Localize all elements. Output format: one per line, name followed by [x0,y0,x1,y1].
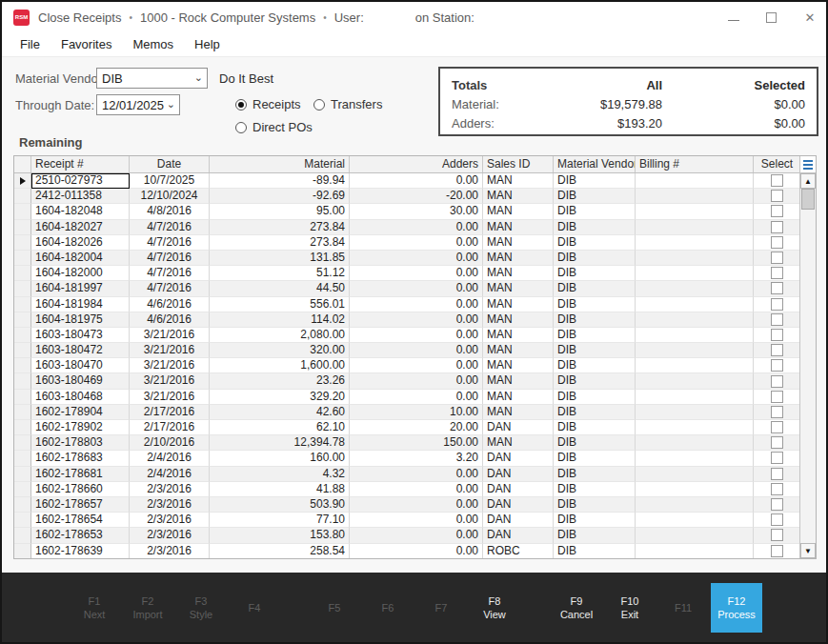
select-checkbox[interactable] [771,452,783,464]
cell-billing[interactable] [636,482,754,497]
cell-sales-id[interactable]: MAN [483,358,554,373]
col-material-vendor[interactable]: Material Vendor [554,156,636,172]
cell-adders[interactable]: 0.00 [350,235,483,251]
table-row[interactable]: 1602-178902 2/17/2016 62.10 20.00 DAN DI… [14,420,799,435]
cell-date[interactable]: 4/7/2016 [130,235,210,251]
select-checkbox[interactable] [771,282,783,294]
cell-sales-id[interactable]: DAN [483,513,554,528]
table-row[interactable]: 1602-178681 2/4/2016 4.32 0.00 DAN DIB [14,467,799,482]
row-selector[interactable] [14,497,31,513]
cell-sales-id[interactable]: MAN [483,373,554,389]
cell-date[interactable]: 3/21/2016 [130,390,210,405]
cell-receipt[interactable]: 2412-011358 [31,189,130,204]
row-selector[interactable] [14,189,31,204]
cell-sales-id[interactable]: MAN [483,312,554,328]
cell-billing[interactable] [636,189,754,204]
cell-receipt[interactable]: 1602-178639 [31,544,130,559]
row-selector[interactable] [14,204,31,219]
cell-date[interactable]: 3/21/2016 [130,328,210,343]
row-selector[interactable] [14,328,31,343]
cell-adders[interactable]: 0.00 [350,497,483,513]
cell-billing[interactable] [636,420,754,435]
col-adders[interactable]: Adders [350,156,483,172]
cell-sales-id[interactable]: MAN [483,220,554,235]
table-row[interactable]: 1604-182000 4/7/2016 51.12 0.00 MAN DIB [14,266,799,281]
cell-material[interactable]: 556.01 [210,297,350,312]
cell-material-vendor[interactable]: DIB [554,235,636,251]
cell-material[interactable]: 51.12 [210,266,350,281]
select-checkbox[interactable] [771,298,783,311]
cell-material[interactable]: 160.00 [210,451,350,466]
cell-adders[interactable]: 0.00 [350,173,483,189]
select-checkbox[interactable] [771,174,783,187]
cell-material[interactable]: 44.50 [210,281,350,296]
cell-material[interactable]: 77.10 [210,513,350,528]
row-selector[interactable] [14,451,31,466]
table-row[interactable]: 1602-178803 2/10/2016 12,394.78 150.00 M… [14,435,799,451]
cell-material-vendor[interactable]: DIB [554,497,636,513]
table-row[interactable]: 1604-182048 4/8/2016 95.00 30.00 MAN DIB [14,204,799,219]
row-selector[interactable] [14,420,31,435]
cell-material[interactable]: 273.84 [210,220,350,235]
row-selector[interactable] [14,281,31,296]
cell-date[interactable]: 10/7/2025 [130,173,210,189]
row-selector[interactable] [14,343,31,358]
cell-date[interactable]: 2/3/2016 [130,513,210,528]
cell-adders[interactable]: 0.00 [350,251,483,266]
through-date-combobox[interactable]: 12/01/2025 ⌄ [96,94,180,115]
fkey-f12[interactable]: F12 Process [711,583,762,633]
cell-material-vendor[interactable]: DIB [554,435,636,451]
fkey-f3[interactable]: F3 Style [174,594,228,621]
cell-material-vendor[interactable]: DIB [554,467,636,482]
cell-material[interactable]: 4.32 [210,467,350,482]
cell-sales-id[interactable]: MAN [483,173,554,189]
table-row[interactable]: 1603-180470 3/21/2016 1,600.00 0.00 MAN … [14,358,799,373]
select-checkbox[interactable] [771,421,783,433]
radio-receipts[interactable]: Receipts [235,97,301,111]
fkey-f9[interactable]: F9 Cancel [550,594,603,621]
cell-material[interactable]: 1,600.00 [210,358,350,373]
cell-adders[interactable]: 0.00 [350,343,483,358]
cell-sales-id[interactable]: MAN [483,297,554,312]
cell-billing[interactable] [636,467,754,482]
cell-receipt[interactable]: 1602-178660 [31,482,130,497]
cell-date[interactable]: 3/21/2016 [130,373,210,389]
cell-billing[interactable] [636,513,754,528]
cell-receipt[interactable]: 1604-181997 [31,281,130,296]
cell-adders[interactable]: 0.00 [350,528,483,543]
select-checkbox[interactable] [771,529,783,541]
cell-adders[interactable]: 10.00 [350,405,483,420]
row-selector[interactable] [14,358,31,373]
table-row[interactable]: 1602-178683 2/4/2016 160.00 3.20 DAN DIB [14,451,799,466]
menu-favorites[interactable]: Favorites [50,37,122,51]
cell-material-vendor[interactable]: DIB [554,513,636,528]
row-selector[interactable] [14,173,31,189]
select-checkbox[interactable] [771,391,783,403]
cell-date[interactable]: 4/7/2016 [130,266,210,281]
cell-material-vendor[interactable]: DIB [554,420,636,435]
cell-billing[interactable] [636,312,754,328]
cell-date[interactable]: 4/7/2016 [130,281,210,296]
cell-sales-id[interactable]: MAN [483,189,554,204]
material-vendor-combobox[interactable]: DIB ⌄ [96,68,208,89]
radio-transfers[interactable]: Transfers [313,97,382,111]
table-row[interactable]: 1603-180469 3/21/2016 23.26 0.00 MAN DIB [14,373,799,389]
cell-sales-id[interactable]: DAN [483,497,554,513]
row-selector[interactable] [14,513,31,528]
cell-adders[interactable]: 3.20 [350,451,483,466]
row-selector[interactable] [14,251,31,266]
fkey-f2[interactable]: F2 Import [121,594,174,621]
table-row[interactable]: 2412-011358 12/10/2024 -92.69 -20.00 MAN… [14,189,799,204]
cell-material-vendor[interactable]: DIB [554,451,636,466]
cell-material-vendor[interactable]: DIB [554,405,636,420]
cell-adders[interactable]: 0.00 [350,281,483,296]
cell-sales-id[interactable]: ROBC [483,544,554,559]
cell-sales-id[interactable]: DAN [483,528,554,543]
cell-date[interactable]: 2/3/2016 [130,497,210,513]
select-checkbox[interactable] [771,483,783,495]
cell-date[interactable]: 2/17/2016 [130,420,210,435]
cell-material[interactable]: 2,080.00 [210,328,350,343]
row-selector[interactable] [14,435,31,451]
cell-sales-id[interactable]: MAN [483,405,554,420]
cell-adders[interactable]: 0.00 [350,312,483,328]
